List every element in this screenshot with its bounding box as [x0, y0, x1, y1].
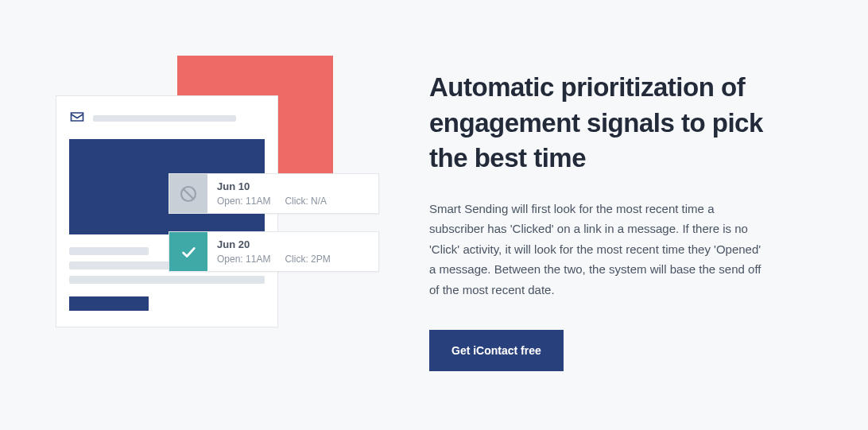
- engagement-card-rejected: Jun 10 Open: 11AM Click: N/A: [169, 173, 379, 214]
- placeholder-line: [93, 115, 236, 122]
- placeholder-button: [69, 296, 149, 311]
- engagement-click: Click: N/A: [285, 196, 327, 207]
- check-icon: [169, 232, 207, 271]
- section-body: Smart Sending will first look for the mo…: [429, 199, 763, 300]
- engagement-card-selected: Jun 20 Open: 11AM Click: 2PM: [169, 231, 379, 272]
- illustration-area: Jun 10 Open: 11AM Click: N/A Jun 20: [48, 56, 366, 398]
- prohibited-icon: [169, 174, 207, 213]
- engagement-click: Click: 2PM: [285, 254, 330, 265]
- envelope-icon: [69, 109, 85, 128]
- placeholder-line: [69, 247, 149, 255]
- engagement-date: Jun 20: [217, 238, 369, 250]
- placeholder-line: [69, 276, 265, 284]
- section-heading: Automatic prioritization of engagement s…: [429, 70, 804, 176]
- engagement-open: Open: 11AM: [217, 254, 270, 265]
- cta-button[interactable]: Get iContact free: [429, 330, 564, 371]
- svg-line-1: [184, 189, 193, 199]
- engagement-open: Open: 11AM: [217, 196, 270, 207]
- engagement-date: Jun 10: [217, 180, 369, 192]
